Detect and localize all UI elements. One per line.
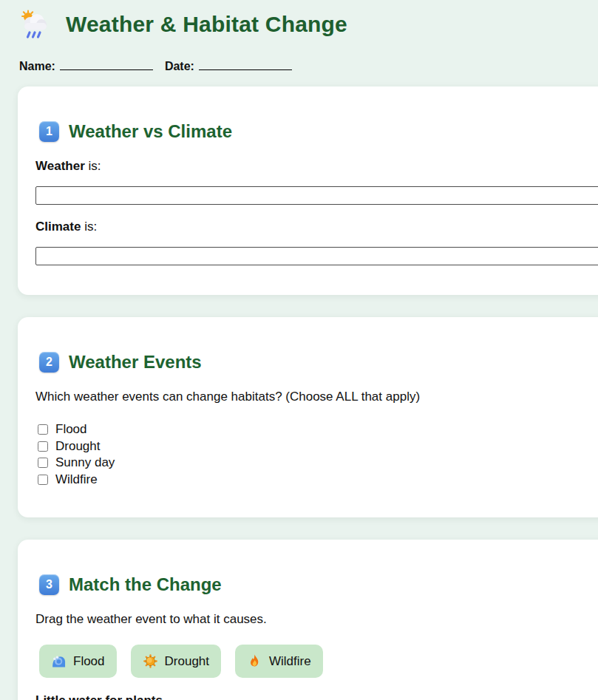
sunny-day-option-label: Sunny day [55,455,115,470]
wildfire-checkbox[interactable] [38,475,48,485]
weather-definition-label: Weather is: [35,159,598,174]
climate-term: Climate [35,220,81,234]
section-2-title: Weather Events [69,352,202,373]
wildfire-option-label: Wildfire [55,472,98,487]
fire-icon [247,653,262,669]
section-1-title: Weather vs Climate [69,121,232,142]
match-target-label: Little water for plants [35,693,598,700]
section-3-header: 3 Match the Change [39,574,598,595]
name-date-row: Name:Date: [19,60,598,73]
page-header: Weather & Habitat Change [18,9,598,40]
section-weather-events: 2 Weather Events Which weather events ca… [18,317,598,517]
date-blank-line [199,60,292,70]
section-1-number-badge: 1 [39,121,59,142]
wave-icon [51,653,67,669]
weather-events-options: Flood Drought Sunny day Wildfire [38,421,598,488]
section-3-title: Match the Change [69,574,222,595]
drought-option-label: Drought [55,439,100,454]
section-match-the-change: 3 Match the Change Drag the weather even… [18,540,598,700]
sun-icon [143,653,158,669]
name-label: Name: [19,60,55,72]
section-weather-vs-climate: 1 Weather vs Climate Weather is: Climate… [18,86,598,295]
sunny-day-checkbox[interactable] [38,458,48,468]
weather-events-question: Which weather events can change habitats… [35,390,598,404]
chip-drought-label: Drought [165,654,209,669]
checkbox-option-wildfire[interactable]: Wildfire [38,472,598,489]
checkbox-option-flood[interactable]: Flood [38,421,598,438]
section-2-header: 2 Weather Events [39,352,598,373]
section-1-header: 1 Weather vs Climate [39,121,598,142]
section-2-number-badge: 2 [39,352,59,373]
flood-checkbox[interactable] [38,424,48,435]
drag-chip-flood[interactable]: Flood [39,645,117,678]
drag-chip-wildfire[interactable]: Wildfire [235,645,323,678]
section-3-number-badge: 3 [39,574,59,595]
checkbox-option-drought[interactable]: Drought [38,438,598,455]
weather-term-suffix: is: [85,159,101,173]
date-label: Date: [165,60,194,72]
drag-chip-drought[interactable]: Drought [131,645,221,678]
weather-term: Weather [35,159,85,173]
chip-flood-label: Flood [73,654,105,669]
checkbox-option-sunny-day[interactable]: Sunny day [38,455,598,472]
match-instruction: Drag the weather event to what it causes… [35,612,598,627]
climate-definition-input[interactable] [35,247,598,265]
worksheet-page: Weather & Habitat Change Name:Date: 1 We… [0,0,598,700]
climate-term-suffix: is: [81,220,97,234]
climate-definition-label: Climate is: [35,220,598,234]
drought-checkbox[interactable] [38,441,48,452]
weather-definition-input[interactable] [35,186,598,205]
name-blank-line [60,60,153,70]
chip-wildfire-label: Wildfire [269,654,311,669]
flood-option-label: Flood [55,422,87,437]
page-title: Weather & Habitat Change [66,12,347,37]
sun-behind-rain-cloud-icon [18,9,50,40]
drag-chip-row: Flood [39,645,598,678]
